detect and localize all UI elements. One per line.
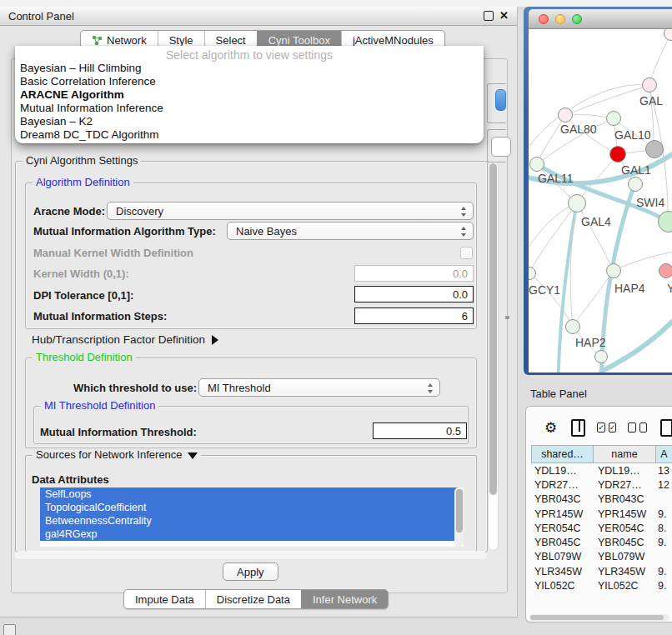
zoom-traffic-light-icon[interactable] <box>572 14 582 24</box>
tab-impute-data[interactable]: Impute Data <box>124 590 205 608</box>
table-row[interactable]: YIL052CYIL052C9. <box>531 578 672 592</box>
data-attribute-item[interactable]: TopologicalCoefficient <box>40 501 458 514</box>
select-all-checkbox-icon[interactable]: ✓ <box>597 422 605 432</box>
table-cell: YDL19… <box>594 465 656 477</box>
table-row[interactable]: YLR345WYLR345W9. <box>531 564 672 578</box>
close-traffic-light-icon[interactable] <box>539 14 549 24</box>
data-attribute-item[interactable]: gal4RGexp <box>40 528 458 541</box>
algorithm-option[interactable]: Basic Correlation Inference <box>20 75 479 88</box>
deselect-checkbox-icon[interactable] <box>628 422 636 432</box>
network-node-hap4[interactable] <box>606 263 621 278</box>
network-node-gal11[interactable] <box>529 157 544 172</box>
combo-stepper-icon <box>460 226 467 238</box>
data-attributes-list[interactable]: SelfLoopsTopologicalCoefficientBetweenne… <box>40 488 464 547</box>
table-rows: YDL19…YDL19…13YDR27…YDR27…12YBR043CYBR04… <box>531 463 672 603</box>
network-icon <box>92 35 103 46</box>
data-attribute-item[interactable]: SelfLoops <box>40 488 458 501</box>
table-row[interactable]: YER054CYER054C8. <box>531 521 672 535</box>
mi-steps-field[interactable]: 6 <box>354 308 474 324</box>
select-all-checkbox-icon[interactable]: ✓ <box>609 422 617 432</box>
which-threshold-combo[interactable]: MI Threshold <box>198 378 440 397</box>
which-threshold-value: MI Threshold <box>208 382 271 394</box>
table-cell: 9. <box>656 566 672 578</box>
table-row[interactable]: YBR043CYBR043C <box>531 492 672 507</box>
hub-definition-label: Hub/Transcription Factor Definition <box>32 333 205 346</box>
table-cell: YER054C <box>594 522 656 534</box>
tab-discretize-data[interactable]: Discretize Data <box>205 590 301 608</box>
network-canvas[interactable]: GALGAL80GAL10GAL1GAL11SWI4GAL4GCY1HAP4YH… <box>529 29 672 372</box>
combo-stepper-icon <box>427 382 434 394</box>
node-label: GCY1 <box>529 283 560 297</box>
table-cell: YIL052C <box>531 580 594 592</box>
kernel-width-field[interactable]: 0.0 <box>354 265 474 282</box>
hub-definition-toggle[interactable]: Hub/Transcription Factor Definition <box>32 333 218 346</box>
table-cell: YDR27… <box>594 479 656 491</box>
table-cell: 8. <box>656 522 672 534</box>
table-row[interactable]: YDL19…YDL19…13 <box>531 463 672 478</box>
network-node-gal4[interactable] <box>568 194 586 212</box>
mi-threshold-field[interactable]: 0.5 <box>373 422 467 439</box>
data-attribute-item[interactable]: BetweennessCentrality <box>40 514 458 528</box>
settings-horizontal-scrollbar[interactable] <box>15 552 487 559</box>
mi-type-value: Naive Bayes <box>236 225 297 238</box>
table-cell: 9. <box>656 508 672 520</box>
deselect-checkbox-icon[interactable] <box>639 422 648 432</box>
network-node-y[interactable] <box>659 263 672 278</box>
attributes-scrollbar[interactable] <box>454 488 464 547</box>
network-node-swi4[interactable] <box>628 177 643 192</box>
sources-group-title[interactable]: Sources for Network Inference <box>33 448 201 461</box>
algorithm-option[interactable]: Dream8 DC_TDC Algorithm <box>20 128 479 142</box>
table-row[interactable]: YDR27…YDR27…12 <box>531 478 672 492</box>
algorithm-option[interactable]: ARACNE Algorithm <box>20 88 479 102</box>
network-node[interactable] <box>645 140 664 158</box>
tab-infer-network[interactable]: Infer Network <box>301 590 388 608</box>
manual-kernel-checkbox[interactable] <box>460 247 473 259</box>
settings-vertical-scrollbar[interactable] <box>488 161 499 551</box>
dpi-tolerance-field[interactable]: 0.0 <box>354 286 474 302</box>
algorithm-option[interactable]: Mutual Information Inference <box>20 102 479 115</box>
close-panel-icon[interactable]: ✕ <box>499 12 509 20</box>
table-horizontal-scrollbar[interactable] <box>529 614 669 621</box>
network-node-gal10[interactable] <box>606 111 621 126</box>
table-column-header[interactable]: shared… <box>531 445 594 463</box>
mi-algorithm-type-combo[interactable]: Naive Bayes <box>227 222 474 240</box>
apply-button[interactable]: Apply <box>223 562 278 581</box>
table-row[interactable]: YPR145WYPR145W9. <box>531 507 672 521</box>
network-node-gal1[interactable] <box>609 146 626 162</box>
node-label: GAL <box>639 94 663 108</box>
tab-label: Infer Network <box>313 593 377 606</box>
mi-threshold-group-title: MI Threshold Definition <box>41 399 158 412</box>
table-cell: YBR043C <box>594 493 656 505</box>
network-node-gal80[interactable] <box>558 108 573 122</box>
control-panel-titlebar: Control Panel ✕ <box>0 7 517 26</box>
node-label: GAL10 <box>614 128 651 142</box>
panel-splitter-handle[interactable] <box>505 316 509 319</box>
algorithm-option[interactable]: Bayesian – Hill Climbing <box>20 62 479 75</box>
network-node[interactable] <box>594 350 608 363</box>
algorithm-option[interactable]: Bayesian – K2 <box>20 115 479 128</box>
settings-gear-icon[interactable]: ⚙ <box>544 419 557 437</box>
tab-label: jActiveMNodules <box>353 34 434 47</box>
tab-label: Select <box>216 34 246 47</box>
table-cell: YBL079W <box>594 551 656 562</box>
table-column-header[interactable]: A <box>656 445 672 463</box>
table-column-header[interactable]: name <box>594 445 656 463</box>
network-node-gal[interactable] <box>642 78 657 92</box>
network-node-hap2[interactable] <box>565 319 580 334</box>
table-row[interactable]: YBL079WYBL079W <box>531 550 672 564</box>
table-row[interactable]: YBR045CYBR045C9. <box>531 535 672 549</box>
table-cell: YDR27… <box>531 479 594 491</box>
table-cell: YPR145W <box>594 508 656 520</box>
node-label: GAL4 <box>581 215 611 228</box>
minimize-traffic-light-icon[interactable] <box>555 14 565 24</box>
column-layout-icon[interactable] <box>571 419 585 437</box>
table-cell: YBR043C <box>531 493 594 505</box>
aracne-mode-combo[interactable]: Discovery <box>107 202 474 220</box>
network-window-titlebar[interactable] <box>529 9 672 29</box>
document-icon[interactable] <box>660 419 672 437</box>
float-window-icon[interactable] <box>484 11 494 21</box>
node-label: Y <box>667 282 672 295</box>
collapsed-panel-icon[interactable] <box>3 624 16 635</box>
manual-kernel-label: Manual Kernel Width Definition <box>33 247 193 259</box>
covered-combo-stepper <box>495 89 506 111</box>
